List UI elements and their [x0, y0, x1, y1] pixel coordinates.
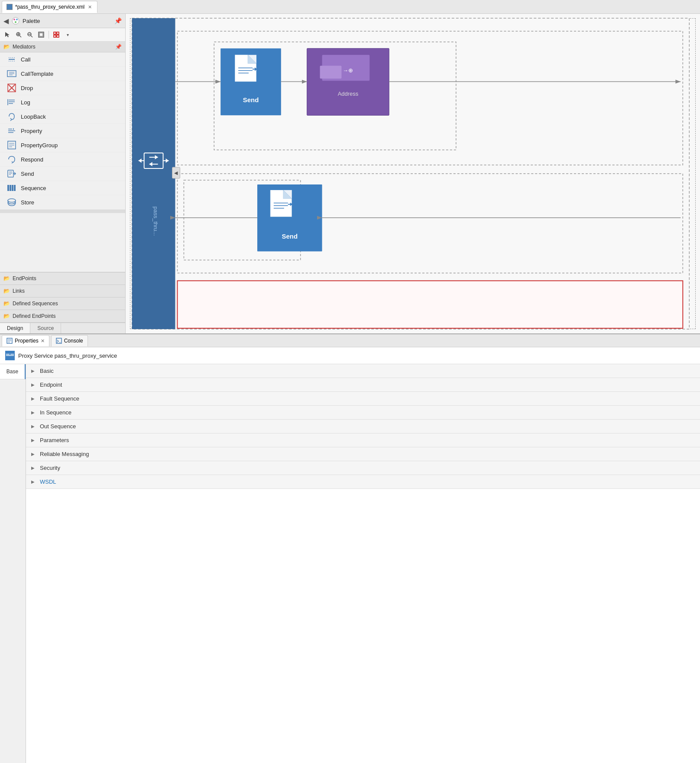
file-tab[interactable]: *pass_thru_proxy_service.xml ✕: [2, 1, 97, 13]
svg-rect-47: [12, 185, 13, 191]
links-folder-icon: 📂: [3, 288, 10, 294]
endpoint-section: ▶ Endpoint: [26, 378, 700, 392]
svg-rect-48: [14, 185, 16, 191]
calltemplate-label: CallTemplate: [21, 71, 53, 77]
calltemplate-icon: [7, 69, 16, 78]
security-header[interactable]: ▶ Security: [26, 461, 700, 475]
svg-rect-92: [177, 281, 683, 328]
svg-line-10: [31, 36, 32, 37]
security-chevron: ▶: [31, 466, 36, 470]
zoom-out-btn[interactable]: [25, 30, 35, 39]
svg-point-0: [12, 17, 19, 24]
parameters-section: ▶ Parameters: [26, 433, 700, 447]
source-tab[interactable]: Source: [30, 323, 61, 333]
palette-item-property[interactable]: Property: [0, 124, 125, 138]
palette-item-respond[interactable]: Respond: [0, 152, 125, 167]
zoom-in-btn[interactable]: [14, 30, 23, 39]
props-sections: ▶ Basic ▶ Endpoint ▶ Fault Sequence: [26, 364, 700, 763]
canvas-area[interactable]: pass_thru... Send: [126, 14, 700, 333]
endpoint-label: Endpoint: [40, 382, 62, 388]
reliable-messaging-label: Reliable Messaging: [40, 451, 89, 457]
props-body: Base ▶ Basic ▶ Endpoint: [0, 364, 700, 763]
main-container: ◀ Palette 📌: [0, 14, 700, 763]
endpoints-folder-icon: 📂: [3, 275, 10, 281]
design-tab[interactable]: Design: [0, 323, 30, 333]
drop-icon: [7, 83, 16, 93]
basic-header[interactable]: ▶ Basic: [26, 364, 700, 378]
fit-btn[interactable]: [36, 30, 46, 39]
respond-label: Respond: [21, 156, 43, 163]
reliable-messaging-header[interactable]: ▶ Reliable Messaging: [26, 447, 700, 461]
propertygroup-label: PropertyGroup: [21, 142, 58, 149]
wsdl-section: ▶ WSDL: [26, 475, 700, 489]
fault-sequence-label: Fault Sequence: [40, 395, 79, 402]
palette-item-propertygroup[interactable]: PropertyGroup: [0, 138, 125, 152]
palette-scrollbar[interactable]: [0, 210, 125, 213]
out-sequence-header[interactable]: ▶ Out Sequence: [26, 420, 700, 433]
endpoints-section[interactable]: 📂 EndPoints: [0, 272, 125, 285]
upper-section: ◀ Palette 📌: [0, 14, 700, 334]
defined-sequences-label: Defined Sequences: [13, 301, 58, 307]
sequence-label: Sequence: [21, 185, 46, 191]
svg-rect-46: [10, 185, 11, 191]
palette-item-sequence[interactable]: Sequence: [0, 181, 125, 195]
tab-close-icon[interactable]: ✕: [87, 4, 93, 10]
svg-text:◀: ◀: [174, 170, 178, 175]
links-section[interactable]: 📂 Links: [0, 285, 125, 297]
svg-text:Send: Send: [243, 96, 259, 103]
tab-bar: *pass_thru_proxy_service.xml ✕: [0, 0, 700, 14]
view-tabs: Design Source: [0, 323, 125, 333]
palette-item-log[interactable]: Log: [0, 95, 125, 110]
palette-content: 📂 Mediators 📌 Call: [0, 42, 125, 272]
more-btn[interactable]: ▾: [63, 30, 72, 39]
defined-sequences-section[interactable]: 📂 Defined Sequences: [0, 297, 125, 310]
svg-point-3: [15, 21, 16, 23]
palette-item-store[interactable]: Store: [0, 195, 125, 210]
in-sequence-chevron: ▶: [31, 410, 36, 415]
parameters-chevron: ▶: [31, 438, 36, 443]
palette-mediators-section[interactable]: 📂 Mediators 📌: [0, 42, 125, 52]
endpoint-chevron: ▶: [31, 382, 36, 387]
defined-endpoints-section[interactable]: 📂 Defined EndPoints: [0, 310, 125, 323]
pin-icon[interactable]: 📌: [114, 17, 122, 24]
in-sequence-header[interactable]: ▶ In Sequence: [26, 406, 700, 419]
palette-item-send[interactable]: Send: [0, 167, 125, 181]
out-sequence-label: Out Sequence: [40, 423, 76, 430]
respond-icon: [7, 155, 16, 164]
wsdl-header[interactable]: ▶ WSDL: [26, 475, 700, 488]
security-section: ▶ Security: [26, 461, 700, 475]
svg-rect-45: [7, 185, 9, 191]
sequence-icon: [7, 183, 16, 193]
out-sequence-chevron: ▶: [31, 424, 36, 429]
propertygroup-icon: [7, 140, 16, 150]
parameters-header[interactable]: ▶ Parameters: [26, 433, 700, 447]
defined-ep-folder-icon: 📂: [3, 313, 10, 319]
props-side-tabs: Base: [0, 364, 26, 763]
properties-tab-close[interactable]: ✕: [41, 338, 45, 344]
wsdl-label: WSDL: [40, 478, 56, 485]
base-tab[interactable]: Base: [0, 364, 26, 379]
palette-item-drop[interactable]: Drop: [0, 81, 125, 95]
props-tab-bar: Properties ✕ Console: [0, 334, 700, 347]
fault-sequence-header[interactable]: ▶ Fault Sequence: [26, 392, 700, 405]
links-label: Links: [13, 288, 25, 294]
palette-item-call[interactable]: Call: [0, 52, 125, 67]
console-tab-label: Console: [64, 338, 83, 344]
svg-marker-4: [5, 32, 10, 37]
svg-rect-16: [54, 35, 56, 37]
store-label: Store: [21, 199, 34, 206]
loopback-label: LoopBack: [21, 113, 46, 120]
cursor-tool[interactable]: [3, 30, 12, 39]
console-tab[interactable]: Console: [51, 335, 88, 346]
store-icon: [7, 197, 16, 207]
svg-line-6: [19, 36, 21, 37]
palette-panel: ◀ Palette 📌: [0, 14, 126, 333]
call-label: Call: [21, 56, 30, 63]
endpoint-header[interactable]: ▶ Endpoint: [26, 378, 700, 391]
grid-btn[interactable]: [52, 30, 61, 39]
property-label: Property: [21, 128, 42, 134]
back-button[interactable]: ◀: [3, 17, 9, 25]
palette-item-loopback[interactable]: LoopBack: [0, 110, 125, 124]
properties-tab[interactable]: Properties ✕: [2, 335, 49, 346]
palette-item-calltemplate[interactable]: CallTemplate: [0, 67, 125, 81]
